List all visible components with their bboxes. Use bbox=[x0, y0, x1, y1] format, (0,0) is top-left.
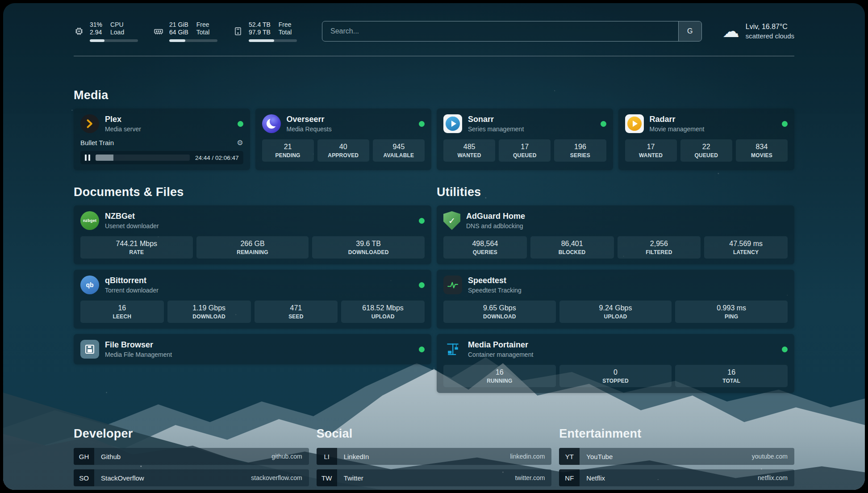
service-card-sonarr[interactable]: Sonarr Series management 485 WANTED 17 Q… bbox=[437, 109, 613, 170]
disk-free: 52.4 TB bbox=[249, 21, 271, 29]
status-dot bbox=[782, 347, 788, 352]
bookmarks-row: Developer GH Github github.com SO StackO… bbox=[74, 427, 794, 490]
service-card-radarr[interactable]: Radarr Movie management 17 WANTED 22 QUE… bbox=[618, 109, 795, 170]
portainer-total-stat: 16 TOTAL bbox=[675, 365, 788, 387]
section-media-heading: Media bbox=[74, 88, 794, 102]
section-developer-heading: Developer bbox=[74, 427, 309, 441]
disk-widget: 52.4 TB 97.9 TB Free Total bbox=[233, 21, 297, 42]
service-card-plex[interactable]: Plex Media server Bullet Train ⚙ 24:44 /… bbox=[74, 109, 250, 170]
service-name: Plex bbox=[105, 115, 232, 125]
portainer-stopped-stat: 0 STOPPED bbox=[559, 365, 672, 387]
service-card-filebrowser[interactable]: File Browser Media File Management bbox=[74, 334, 431, 364]
service-card-qbittorrent[interactable]: qb qBittorrent Torrent downloader 16 LEE… bbox=[74, 270, 431, 329]
bookmark-domain: stackoverflow.com bbox=[251, 469, 309, 486]
status-dot bbox=[782, 121, 788, 127]
service-desc: Series management bbox=[468, 125, 595, 133]
bookmark-name: Netflix bbox=[580, 469, 758, 486]
search-provider-button[interactable]: G bbox=[678, 21, 701, 41]
memory-free: 21 GiB bbox=[169, 21, 188, 29]
bookmark-abbr: LI bbox=[317, 448, 337, 465]
service-card-portainer[interactable]: Media Portainer Container management 16 … bbox=[437, 334, 794, 393]
disk-total: 97.9 TB bbox=[249, 29, 271, 37]
adguard-latency-stat: 47.569 ms LATENCY bbox=[704, 236, 788, 259]
status-dot bbox=[419, 347, 425, 352]
radarr-queued-stat: 22 QUEUED bbox=[680, 139, 732, 162]
radarr-movies-stat: 834 MOVIES bbox=[736, 139, 788, 162]
sonarr-queued-stat: 17 QUEUED bbox=[499, 139, 551, 162]
service-name: Speedtest bbox=[468, 276, 788, 286]
search-bar: G bbox=[322, 21, 702, 42]
bookmark-github[interactable]: GH Github github.com bbox=[74, 448, 309, 465]
section-utilities-heading: Utilities bbox=[437, 185, 794, 199]
status-dot bbox=[419, 218, 425, 224]
nzbget-remaining-stat: 266 GB REMAINING bbox=[196, 236, 309, 259]
portainer-icon bbox=[443, 340, 462, 359]
service-name: Media Portainer bbox=[468, 340, 776, 350]
dashboard: 31% 2.94 CPU Load bbox=[3, 3, 865, 490]
memory-icon bbox=[153, 26, 164, 37]
service-card-nzbget[interactable]: nzbget NZBGet Usenet downloader 744.21 M… bbox=[74, 205, 431, 264]
section-entertainment-heading: Entertainment bbox=[559, 427, 794, 441]
social-bookmarks: Social LI LinkedIn linkedin.com TW Twitt… bbox=[317, 427, 552, 490]
speedtest-download-stat: 9.65 Gbps DOWNLOAD bbox=[443, 301, 556, 323]
section-social-heading: Social bbox=[317, 427, 552, 441]
cpu-label-1: CPU bbox=[110, 21, 124, 29]
bookmark-youtube[interactable]: YT YouTube youtube.com bbox=[559, 448, 794, 465]
plex-icon bbox=[80, 114, 99, 133]
bookmark-name: Github bbox=[94, 448, 271, 465]
status-dot bbox=[601, 121, 606, 127]
service-name: Sonarr bbox=[468, 115, 595, 125]
overseerr-icon bbox=[262, 114, 281, 133]
search-input[interactable] bbox=[322, 21, 678, 41]
sonarr-icon bbox=[443, 114, 462, 133]
adguard-blocked-stat: 86,401 BLOCKED bbox=[530, 236, 614, 259]
memory-total: 64 GiB bbox=[169, 29, 188, 37]
bookmark-abbr: SO bbox=[74, 469, 94, 486]
speedtest-icon bbox=[443, 276, 462, 294]
disk-icon bbox=[233, 26, 243, 37]
cpu-icon bbox=[74, 26, 84, 37]
system-metrics: 31% 2.94 CPU Load bbox=[74, 21, 297, 42]
service-name: NZBGet bbox=[105, 212, 413, 221]
bookmark-domain: youtube.com bbox=[752, 448, 794, 465]
sonarr-wanted-stat: 485 WANTED bbox=[443, 139, 495, 162]
radarr-icon bbox=[625, 114, 644, 133]
service-name: File Browser bbox=[105, 340, 413, 350]
disk-usage-bar bbox=[249, 39, 297, 42]
bookmark-twitter[interactable]: TW Twitter twitter.com bbox=[317, 469, 552, 486]
service-desc: Torrent downloader bbox=[105, 287, 413, 294]
sonarr-series-stat: 196 SERIES bbox=[554, 139, 606, 162]
developer-bookmarks: Developer GH Github github.com SO StackO… bbox=[74, 427, 309, 490]
cloud-icon: ☁ bbox=[722, 23, 739, 40]
utilities-column: Utilities ✓ AdGuard Home DNS and adblock… bbox=[437, 185, 794, 398]
status-dot bbox=[238, 121, 243, 127]
nzbget-icon: nzbget bbox=[80, 211, 99, 230]
gear-icon[interactable]: ⚙ bbox=[237, 138, 243, 147]
bookmark-stackoverflow[interactable]: SO StackOverflow stackoverflow.com bbox=[74, 469, 309, 486]
service-card-adguard[interactable]: ✓ AdGuard Home DNS and adblocking 498,56… bbox=[437, 205, 794, 264]
content: 31% 2.94 CPU Load bbox=[3, 3, 865, 490]
cpu-percent: 31% bbox=[90, 21, 102, 29]
bookmark-linkedin[interactable]: LI LinkedIn linkedin.com bbox=[317, 448, 552, 465]
bookmark-netflix[interactable]: NF Netflix netflix.com bbox=[559, 469, 794, 486]
service-card-speedtest[interactable]: Speedtest Speedtest Tracking 9.65 Gbps D… bbox=[437, 270, 794, 329]
cpu-loadavg: 2.94 bbox=[90, 29, 102, 37]
weather-location: Lviv, 16.87°C bbox=[746, 22, 794, 32]
adguard-queries-stat: 498,564 QUERIES bbox=[443, 236, 527, 259]
service-name: Overseerr bbox=[287, 115, 413, 125]
service-name: Radarr bbox=[650, 115, 776, 125]
qbittorrent-icon: qb bbox=[80, 276, 99, 294]
media-card-row: Plex Media server Bullet Train ⚙ 24:44 /… bbox=[74, 109, 794, 170]
service-name: AdGuard Home bbox=[466, 212, 788, 221]
service-desc: Movie management bbox=[650, 125, 776, 133]
documents-column: Documents & Files nzbget NZBGet Usenet d… bbox=[74, 185, 431, 398]
memory-label-1: Free bbox=[196, 21, 210, 29]
overseerr-available-stat: 945 AVAILABLE bbox=[373, 139, 425, 162]
service-name: qBittorrent bbox=[105, 276, 413, 286]
memory-widget: 21 GiB 64 GiB Free Total bbox=[153, 21, 217, 42]
disk-label-2: Total bbox=[279, 29, 292, 37]
service-desc: Media server bbox=[105, 125, 232, 133]
service-card-overseerr[interactable]: Overseerr Media Requests 21 PENDING 40 A… bbox=[255, 109, 432, 170]
overseerr-pending-stat: 21 PENDING bbox=[262, 139, 314, 162]
memory-usage-bar bbox=[169, 39, 217, 42]
